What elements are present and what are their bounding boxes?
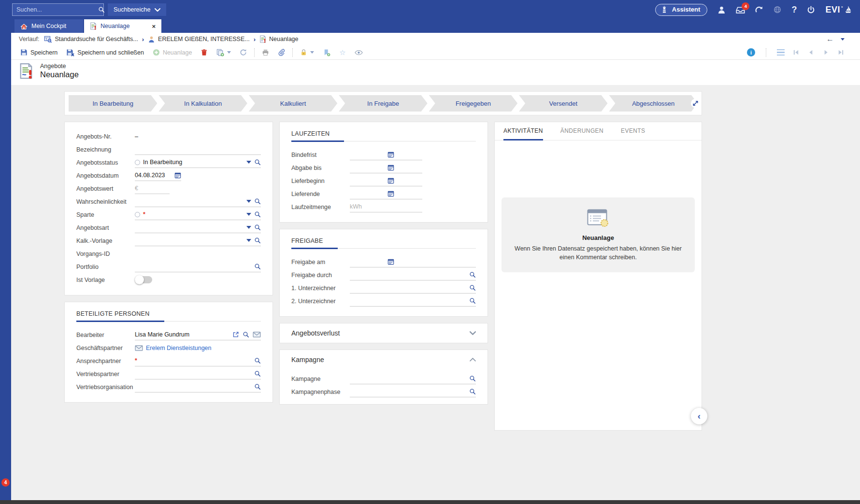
search-icon[interactable] xyxy=(469,271,476,278)
calendar-icon[interactable] xyxy=(174,172,181,179)
chevron-up-icon[interactable] xyxy=(470,358,476,362)
lieferbeginn-input[interactable] xyxy=(350,177,385,184)
stepper-expand-icon[interactable] xyxy=(691,99,700,108)
menu-icon[interactable] xyxy=(777,49,785,56)
ansprechpartner-lookup[interactable]: * xyxy=(135,355,261,366)
angebotsdatum-input[interactable] xyxy=(135,172,172,179)
tab-aenderungen[interactable]: ÄNDERUNGEN xyxy=(560,122,603,140)
search-icon[interactable] xyxy=(254,357,261,364)
open-record-icon[interactable] xyxy=(232,331,239,338)
calendar-icon[interactable] xyxy=(387,177,394,184)
nav-last-icon[interactable] xyxy=(837,49,845,56)
tab-neuanlage[interactable]: Neuanlage × xyxy=(84,19,161,33)
step-freigegeben[interactable]: Freigegeben xyxy=(429,95,517,112)
search-icon[interactable] xyxy=(243,331,249,338)
search-input[interactable] xyxy=(13,6,98,13)
chevron-down-icon[interactable] xyxy=(246,226,251,229)
laufzeitmenge-input[interactable] xyxy=(350,203,422,210)
breadcrumb-item-search[interactable]: Standardsuche für Geschäfts... xyxy=(44,35,138,43)
search-icon[interactable] xyxy=(254,224,261,231)
logout-power-icon[interactable] xyxy=(807,6,815,14)
search-icon[interactable] xyxy=(254,198,261,205)
step-versendet[interactable]: Versendet xyxy=(519,95,607,112)
print-button[interactable] xyxy=(258,45,273,59)
ist-vorlage-toggle[interactable] xyxy=(135,276,152,283)
search-areas-dropdown[interactable]: Suchbereiche xyxy=(108,3,166,16)
search-icon[interactable] xyxy=(254,211,261,218)
search-icon[interactable] xyxy=(254,237,261,244)
vertriebsorganisation-lookup[interactable] xyxy=(135,381,261,392)
angebotsart-select[interactable] xyxy=(135,222,261,233)
nav-previous-icon[interactable] xyxy=(807,49,815,56)
geschaeftspartner-link[interactable]: Erelem Dienstleistungen xyxy=(146,345,212,351)
bearbeiter-lookup[interactable]: Lisa Marie Gundrum xyxy=(135,329,261,340)
calendar-icon[interactable] xyxy=(387,190,394,197)
sparte-select[interactable]: * xyxy=(135,209,261,220)
inbox-icon[interactable]: 4 xyxy=(736,6,745,14)
search-icon[interactable] xyxy=(469,388,476,395)
email-icon[interactable] xyxy=(253,332,261,337)
step-abgeschlossen[interactable]: Abgeschlossen xyxy=(609,95,698,112)
breadcrumb-item-partner[interactable]: ERELEM GIEßEN, INTERESSE... xyxy=(148,36,250,43)
add-bookmark-button[interactable] xyxy=(318,45,335,59)
chevron-down-icon[interactable] xyxy=(246,200,251,203)
calendar-icon[interactable] xyxy=(387,258,394,265)
vertriebspartner-lookup[interactable] xyxy=(135,368,261,379)
refresh-button[interactable] xyxy=(235,45,251,59)
bindefrist-input[interactable] xyxy=(350,151,385,158)
history-dropdown-icon[interactable] xyxy=(841,38,845,41)
search-icon[interactable] xyxy=(254,383,261,390)
chevron-down-icon[interactable] xyxy=(470,331,476,335)
breadcrumb-item-current[interactable]: Neuanlage xyxy=(259,35,298,43)
tab-events[interactable]: EVENTS xyxy=(621,122,645,140)
angebotswert-input[interactable] xyxy=(135,185,170,192)
freigabe-am-input[interactable] xyxy=(350,258,385,265)
watch-button[interactable] xyxy=(350,45,367,59)
email-icon[interactable] xyxy=(135,345,143,351)
favorite-button[interactable]: ☆ xyxy=(335,45,350,59)
nav-first-icon[interactable] xyxy=(792,49,800,56)
chevron-down-icon[interactable] xyxy=(310,51,314,54)
delete-button[interactable] xyxy=(196,45,212,59)
global-search[interactable] xyxy=(12,3,104,16)
freigabe-durch-lookup[interactable] xyxy=(350,269,476,280)
info-icon[interactable]: i xyxy=(747,48,755,56)
search-icon[interactable] xyxy=(469,375,476,382)
calendar-icon[interactable] xyxy=(387,164,394,171)
search-icon[interactable] xyxy=(469,284,476,291)
wahrscheinlichkeit-select[interactable] xyxy=(135,196,261,207)
step-in-kalkulation[interactable]: In Kalkulation xyxy=(158,95,247,112)
step-in-freigabe[interactable]: In Freigabe xyxy=(339,95,427,112)
unterzeichner-2-lookup[interactable] xyxy=(350,295,476,307)
portfolio-lookup[interactable] xyxy=(135,261,261,272)
search-icon[interactable] xyxy=(469,297,476,304)
left-dock-strip[interactable]: 4 xyxy=(0,19,11,500)
attachment-button[interactable] xyxy=(273,45,289,59)
lieferende-input[interactable] xyxy=(350,190,385,197)
unterzeichner-1-lookup[interactable] xyxy=(350,282,476,294)
kalk-vorlage-select[interactable] xyxy=(135,235,261,246)
save-and-close-button[interactable]: Speichern und schließen xyxy=(62,45,148,59)
search-icon[interactable] xyxy=(254,263,261,270)
chevron-down-icon[interactable] xyxy=(246,213,251,216)
search-icon[interactable] xyxy=(254,370,261,377)
chevron-down-icon[interactable] xyxy=(246,161,251,164)
history-back-icon[interactable]: ← xyxy=(826,35,834,43)
lock-button[interactable] xyxy=(296,45,318,59)
tab-aktivitaeten[interactable]: AKTIVITÄTEN xyxy=(503,122,543,140)
chevron-down-icon[interactable] xyxy=(227,51,231,54)
tab-mein-cockpit[interactable]: Mein Cockpit xyxy=(14,19,83,33)
copy-button[interactable] xyxy=(212,45,235,59)
search-icon[interactable] xyxy=(98,4,105,15)
globe-icon[interactable] xyxy=(774,6,781,14)
close-icon[interactable]: × xyxy=(152,23,156,29)
notification-badge[interactable]: 4 xyxy=(1,478,10,487)
angebotsverlust-accordion[interactable]: Angebotsverlust xyxy=(279,323,488,343)
step-kalkuliert[interactable]: Kalkuliert xyxy=(249,95,337,112)
kampagne-lookup[interactable] xyxy=(350,373,476,384)
redo-icon[interactable] xyxy=(755,6,763,14)
search-icon[interactable] xyxy=(254,159,261,166)
assistant-button[interactable]: Assistent xyxy=(655,4,708,16)
bezeichnung-input[interactable] xyxy=(135,146,261,153)
kampagnenphase-lookup[interactable] xyxy=(350,386,476,397)
